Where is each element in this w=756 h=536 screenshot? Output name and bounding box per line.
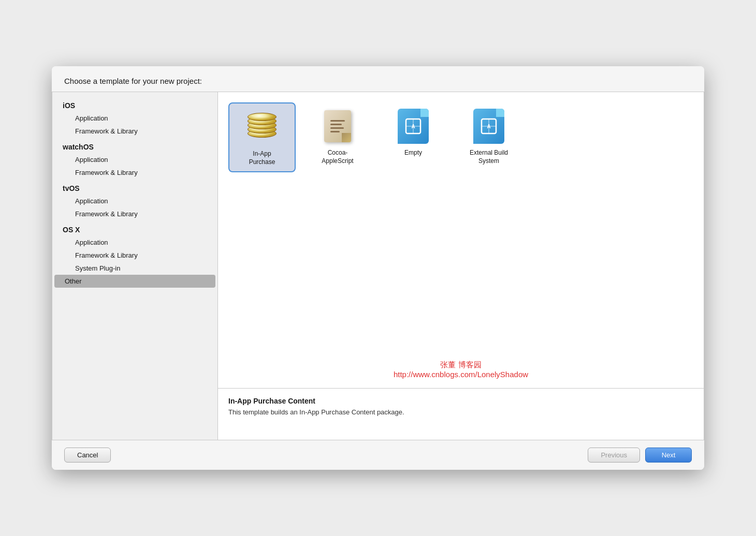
template-icon-in-app-purchase [243,109,281,146]
sidebar-item-tvos-framework[interactable]: Framework & Library [54,207,215,220]
cancel-button[interactable]: Cancel [64,448,111,463]
watermark-line1: 张董 博客园 [440,360,481,369]
sidebar-item-watchos-framework[interactable]: Framework & Library [54,166,215,179]
description-area: In-App Purchase Content This template bu… [218,388,704,440]
sidebar: iOSApplicationFramework & LibrarywatchOS… [52,92,218,440]
script-icon [322,109,353,144]
next-button[interactable]: Next [645,448,692,463]
template-label-cocoa-applescript: Cocoa-AppleScript [322,149,353,165]
template-label-in-app-purchase: In-AppPurchase [249,150,275,166]
watermark-line2: http://www.cnblogs.com/LonelyShadow [394,370,528,379]
coins-icon [246,113,278,142]
previous-button[interactable]: Previous [588,448,640,463]
description-title: In-App Purchase Content [228,397,693,405]
template-item-empty[interactable]: A Empty [380,102,447,172]
sidebar-item-osx-plugin[interactable]: System Plug-in [54,262,215,275]
template-item-in-app-purchase[interactable]: In-AppPurchase [228,102,296,172]
svg-text:A: A [487,124,490,129]
template-item-cocoa-applescript[interactable]: Cocoa-AppleScript [304,102,371,172]
empty-blueprint-icon: A [398,109,429,144]
sidebar-item-ios-application[interactable]: Application [54,112,215,125]
watermark: 张董 博客园 http://www.cnblogs.com/LonelyShad… [218,360,704,379]
dialog: Choose a template for your new project: … [52,66,704,470]
sidebar-item-tvos-application[interactable]: Application [54,195,215,207]
sidebar-section-tvos[interactable]: tvOS [52,179,217,195]
footer-right: Previous Next [588,448,692,463]
template-icon-empty: A [395,108,432,145]
build-blueprint-icon: A [473,109,504,144]
template-icon-cocoa-applescript [319,108,356,145]
sidebar-item-osx-application[interactable]: Application [54,236,215,249]
dialog-footer: Cancel Previous Next [52,440,704,470]
template-item-external-build[interactable]: A External BuildSystem [455,102,522,172]
sidebar-section-osx[interactable]: OS X [52,220,217,236]
description-body: This template builds an In-App Purchase … [228,408,693,416]
sidebar-item-ios-framework[interactable]: Framework & Library [54,125,215,138]
template-icon-external-build: A [470,108,507,145]
template-label-empty: Empty [404,149,422,157]
main-area: In-AppPurchase Cocoa-AppleScript [218,92,704,440]
sidebar-section-watchos[interactable]: watchOS [52,138,217,153]
dialog-body: iOSApplicationFramework & LibrarywatchOS… [52,92,704,440]
dialog-title: Choose a template for your new project: [64,77,692,85]
sidebar-item-osx-framework[interactable]: Framework & Library [54,249,215,262]
dialog-header: Choose a template for your new project: [52,66,704,92]
sidebar-section-other[interactable]: Other [54,275,215,288]
svg-text:A: A [411,124,415,129]
template-grid: In-AppPurchase Cocoa-AppleScript [218,92,704,351]
template-label-external-build: External BuildSystem [470,149,508,165]
sidebar-section-ios[interactable]: iOS [52,96,217,112]
sidebar-item-watchos-application[interactable]: Application [54,153,215,166]
